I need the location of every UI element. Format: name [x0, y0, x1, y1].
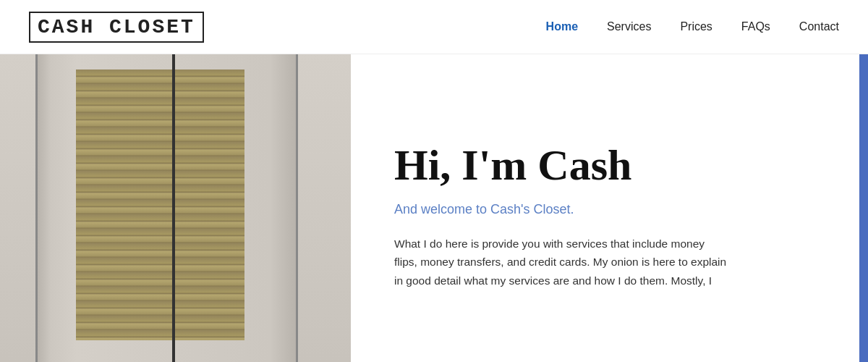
cash-stacks — [76, 70, 244, 340]
hero-content: Hi, I'm Cash And welcome to Cash's Close… — [351, 54, 868, 362]
hero-title: Hi, I'm Cash — [394, 141, 825, 189]
closet-image — [0, 54, 351, 362]
logo-text: CASH CLOSET — [29, 12, 204, 43]
logo: CASH CLOSET — [29, 12, 204, 43]
hero-image-panel — [0, 54, 351, 362]
scrollbar-accent[interactable] — [859, 54, 868, 362]
nav-contact[interactable]: Contact — [799, 20, 839, 33]
hero-subtitle: And welcome to Cash's Closet. — [394, 202, 825, 217]
closet-divider — [172, 54, 175, 362]
nav-services[interactable]: Services — [607, 20, 651, 33]
nav-home[interactable]: Home — [546, 20, 578, 33]
main-content: Hi, I'm Cash And welcome to Cash's Close… — [0, 54, 868, 362]
door-frame — [35, 54, 299, 362]
nav-faqs[interactable]: FAQs — [741, 20, 770, 33]
main-nav: Home Services Prices FAQs Contact — [546, 20, 839, 33]
header: CASH CLOSET Home Services Prices FAQs Co… — [0, 0, 868, 54]
nav-prices[interactable]: Prices — [680, 20, 712, 33]
hero-body: What I do here is provide you with servi… — [394, 235, 727, 290]
